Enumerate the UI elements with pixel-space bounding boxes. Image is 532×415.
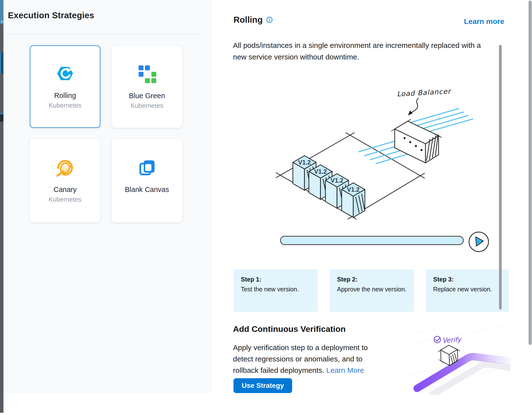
- strategy-card-blank-canvas[interactable]: Blank Canvas: [112, 139, 182, 222]
- rolling-strategy-illustration: Load Balancer V1.2 V1.2: [271, 84, 498, 227]
- info-icon[interactable]: [266, 17, 273, 23]
- step-title: Step 2:: [337, 276, 414, 283]
- step-card-1: Step 1: Test the new version.: [233, 269, 318, 312]
- cv-line: detect regressions or anomalies, and to: [233, 353, 376, 365]
- page-title: Execution Strategies: [8, 10, 94, 20]
- cv-line: Apply verification step to a deployment …: [233, 342, 376, 353]
- step-title: Step 1:: [241, 276, 318, 283]
- step-text: Replace new version.: [433, 286, 509, 293]
- learn-more-link[interactable]: Learn more: [464, 17, 504, 26]
- strategy-card-canary[interactable]: Canary Kubernetes: [30, 139, 100, 222]
- cv-description: Apply verification step to a deployment …: [233, 342, 376, 376]
- card-sublabel: Kubernetes: [49, 102, 82, 109]
- step-text: Test the new version.: [241, 286, 318, 293]
- cube-version-label: V1.2: [331, 177, 343, 184]
- pod-cube: V1.2: [342, 183, 365, 217]
- step-text: Approve the new version.: [337, 286, 414, 293]
- cv-heading: Add Continuous Verification: [233, 324, 346, 334]
- strategy-card-rolling[interactable]: Rolling Kubernetes: [30, 45, 100, 128]
- use-strategy-button[interactable]: Use Strategy: [233, 378, 292, 393]
- animation-progress-bar: [280, 236, 464, 245]
- blank-canvas-strategy-icon: [138, 158, 156, 177]
- verify-label: Verify: [442, 335, 462, 344]
- execution-strategies-drawer: Execution Strategies Rolling Kubernetes: [0, 0, 532, 415]
- step-card-3: Step 3: Replace new version.: [426, 269, 509, 312]
- play-button[interactable]: [468, 231, 490, 253]
- card-label: Blue Green: [129, 92, 165, 100]
- description-line: new service version without downtime.: [233, 51, 481, 63]
- canary-strategy-icon: [56, 158, 74, 177]
- strategy-card-blue-green[interactable]: Blue Green Kubernetes: [112, 46, 182, 128]
- play-icon: [470, 233, 487, 250]
- strategy-description: All pods/instances in a single environme…: [233, 39, 481, 63]
- cv-line: rollback failed deployments.: [233, 366, 324, 374]
- label-arrowhead: [408, 111, 413, 115]
- window-scrollbar-thumb[interactable]: [529, 0, 532, 345]
- verify-check-icon: [434, 336, 441, 343]
- pod-cubes: V1.2 V1.2 V1.2 V1.2: [293, 156, 365, 217]
- cube-version-label: V1.2: [347, 186, 359, 193]
- description-line: All pods/instances in a single environme…: [233, 39, 481, 51]
- learn-more-inline-link[interactable]: Learn More: [326, 366, 364, 374]
- card-sublabel: Kubernetes: [131, 102, 163, 109]
- title-divider: [8, 34, 203, 35]
- background-dark-block: [0, 114, 3, 122]
- card-label: Blank Canvas: [125, 185, 169, 194]
- rolling-strategy-icon: [56, 64, 74, 83]
- background-page-sliver: [0, 0, 3, 413]
- strategy-detail-title: Rolling: [233, 15, 263, 25]
- label-arrow: [410, 98, 418, 113]
- background-logo-glyph: [0, 20, 3, 22]
- step-title: Step 3:: [433, 276, 509, 283]
- load-balancer-label: Load Balancer: [397, 87, 452, 98]
- card-label: Canary: [53, 185, 77, 194]
- cube-version-label: V1.2: [314, 168, 327, 175]
- step-card-2: Step 2: Approve the new version.: [330, 269, 414, 312]
- background-nav-block: [0, 52, 3, 74]
- cube-version-label: V1.2: [298, 159, 311, 166]
- card-label: Rolling: [54, 91, 76, 100]
- blue-green-strategy-icon: [138, 64, 156, 83]
- card-sublabel: Kubernetes: [49, 196, 82, 203]
- verify-illustration: Verify: [409, 323, 510, 395]
- drawer-scrollbar-thumb[interactable]: [499, 45, 502, 309]
- strategy-detail-header: Rolling: [233, 15, 273, 25]
